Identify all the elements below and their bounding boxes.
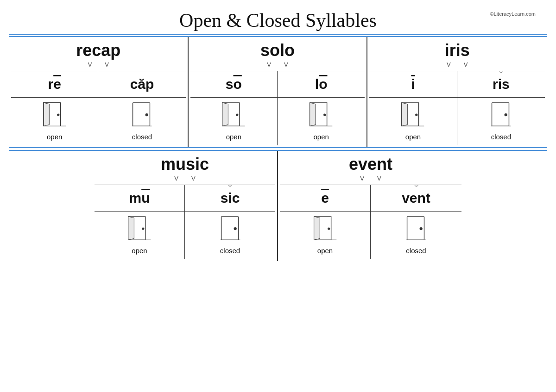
open-label-re: open <box>47 133 62 141</box>
bottom-section: music V V mu ⌣sic <box>9 150 547 261</box>
open-door-icon-mu <box>126 214 153 246</box>
vowel-markers-event: V V <box>280 175 461 182</box>
word-block-event: event V V e ⌣vent <box>278 151 463 261</box>
door-mu-cell: open <box>95 211 185 259</box>
svg-marker-18 <box>402 103 408 126</box>
syllable-re: re <box>11 71 98 97</box>
closed-door-icon <box>128 100 156 132</box>
svg-point-33 <box>328 228 329 230</box>
vowel-markers-iris: V V <box>369 61 545 68</box>
closed-label-cap: closed <box>132 133 152 141</box>
word-event: event <box>280 155 461 175</box>
closed-door-icon-sic <box>216 214 244 246</box>
svg-point-11 <box>236 114 238 116</box>
svg-marker-32 <box>314 217 320 240</box>
open-label-i: open <box>405 133 421 141</box>
syllable-re-text: re <box>48 74 61 94</box>
syllable-grid-recap: re căp <box>11 71 186 145</box>
svg-point-19 <box>416 114 417 116</box>
syllable-sic: ⌣sic <box>185 185 275 211</box>
door-e-cell: open <box>280 211 371 259</box>
word-block-iris: iris V V i ⌣ris <box>367 37 547 147</box>
door-lo-cell: open <box>278 97 365 145</box>
svg-marker-3 <box>43 103 49 126</box>
svg-point-15 <box>324 114 326 116</box>
syllable-ris: ⌣ris <box>457 71 545 97</box>
word-iris: iris <box>369 41 545 61</box>
syllable-so-text: so <box>226 74 242 94</box>
open-label-e: open <box>317 247 333 255</box>
syllable-cap-text: căp <box>130 74 154 94</box>
door-ris-cell: closed <box>457 97 545 145</box>
closed-door-icon-vent <box>402 214 430 246</box>
syllable-ris-text: ⌣ris <box>493 74 510 94</box>
svg-marker-10 <box>222 103 228 126</box>
word-block-solo: solo V V so lo <box>189 37 368 147</box>
door-i-cell: open <box>369 97 457 145</box>
syllable-i-text: i <box>411 74 415 94</box>
word-block-recap: recap V V re căp <box>9 37 189 147</box>
door-re-cell: open <box>11 97 98 145</box>
svg-point-26 <box>142 228 144 230</box>
syllable-mu: mu <box>95 185 185 211</box>
svg-point-30 <box>234 228 236 230</box>
vowel-markers-music: V V <box>95 175 275 182</box>
open-door-icon-so <box>220 100 247 132</box>
vowel-markers-solo: V V <box>190 61 365 68</box>
open-door-icon-e <box>311 214 339 246</box>
word-block-music: music V V mu ⌣sic <box>93 151 278 261</box>
open-label-mu: open <box>132 247 147 255</box>
page-title: Open & Closed Syllables <box>9 5 547 34</box>
svg-marker-14 <box>310 103 316 126</box>
top-section: recap V V re căp <box>9 36 547 148</box>
word-recap: recap <box>11 41 186 61</box>
word-music: music <box>95 155 275 175</box>
door-cap-cell: closed <box>98 97 185 145</box>
word-solo: solo <box>190 41 365 61</box>
syllable-grid-event: e ⌣vent open <box>280 185 461 259</box>
syllable-mu-text: mu <box>129 188 150 208</box>
svg-point-4 <box>57 114 59 116</box>
syllable-vent: ⌣vent <box>371 185 461 211</box>
open-label-so: open <box>226 133 241 141</box>
door-so-cell: open <box>190 97 278 145</box>
syllable-so: so <box>190 71 278 97</box>
door-sic-cell: closed <box>185 211 275 259</box>
open-label-lo: open <box>313 133 329 141</box>
svg-point-8 <box>146 114 148 116</box>
door-vent-cell: closed <box>371 211 461 259</box>
open-door-icon <box>41 100 69 132</box>
svg-point-23 <box>505 114 507 116</box>
closed-label-ris: closed <box>491 133 511 141</box>
syllable-cap: căp <box>98 71 185 97</box>
syllable-i: i <box>369 71 457 97</box>
syllable-grid-music: mu ⌣sic open <box>95 185 275 259</box>
closed-label-vent: closed <box>406 247 426 255</box>
open-door-icon-lo <box>307 100 335 132</box>
syllable-e: e <box>280 185 371 211</box>
vowel-markers-recap: V V <box>11 61 186 68</box>
syllable-lo-text: lo <box>315 74 328 94</box>
syllable-vent-text: ⌣vent <box>402 188 430 208</box>
syllable-grid-solo: so lo open <box>190 71 365 145</box>
svg-marker-25 <box>128 217 134 240</box>
syllable-e-text: e <box>321 188 329 208</box>
page: Open & Closed Syllables ©LiteracyLearn.c… <box>0 0 556 392</box>
syllable-sic-text: ⌣sic <box>221 188 240 208</box>
copyright: ©LiteracyLearn.com <box>490 11 536 17</box>
syllable-grid-iris: i ⌣ris open <box>369 71 545 145</box>
svg-point-37 <box>420 228 422 230</box>
syllable-lo: lo <box>278 71 365 97</box>
open-door-icon-i <box>399 100 427 132</box>
closed-label-sic: closed <box>220 247 240 255</box>
closed-door-icon-ris <box>487 100 515 132</box>
